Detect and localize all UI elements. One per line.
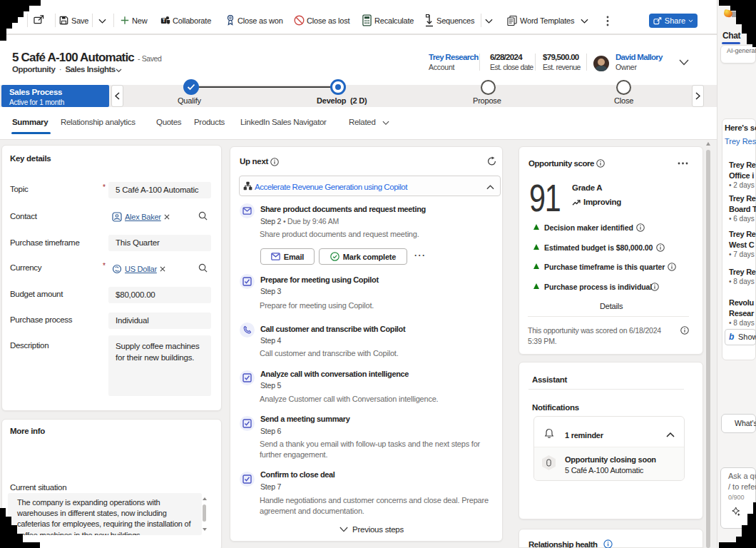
svg-text:T: T xyxy=(163,18,165,23)
